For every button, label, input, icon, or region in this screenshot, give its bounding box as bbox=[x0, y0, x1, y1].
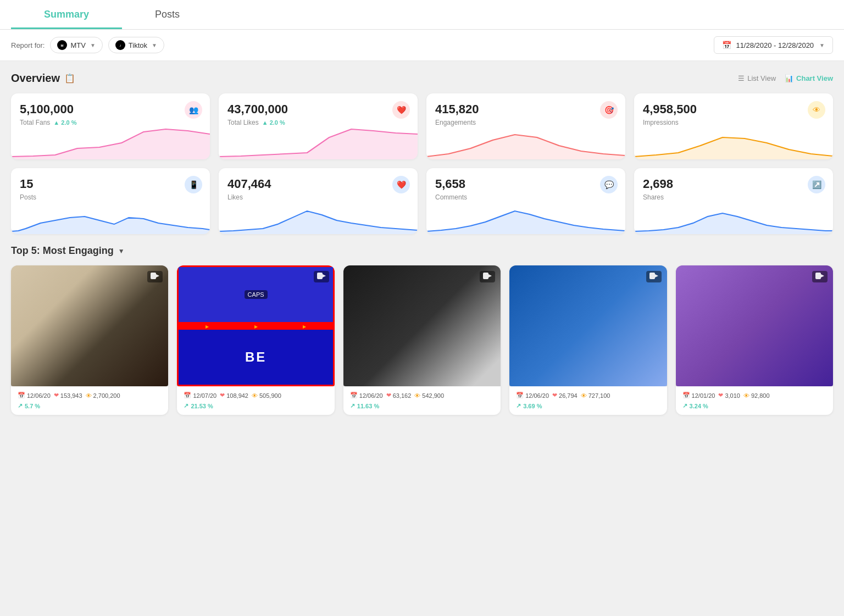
post-views: 👁 2,700,200 bbox=[86, 392, 120, 399]
brand-name: MTV bbox=[70, 41, 85, 49]
stat-card-posts: 📱 15 Posts bbox=[11, 168, 210, 234]
stat-card-postlikes: ❤️ 407,464 Likes bbox=[219, 168, 418, 234]
view-toggles: ☰ List View 📊 Chart View bbox=[738, 74, 833, 82]
stat-value-engage: 415,820 bbox=[435, 102, 617, 116]
post-date: 📅 12/06/20 bbox=[350, 392, 383, 399]
post-meta: 📅 12/06/20 ❤ 63,162 👁 542,900 ↗ 11.63 % bbox=[343, 386, 501, 415]
date-picker-chevron: ▼ bbox=[819, 42, 825, 48]
sparkline-likes bbox=[219, 126, 418, 159]
svg-marker-7 bbox=[323, 274, 326, 278]
stat-card-fans: 👥 5,100,000 Total Fans ▲ 2.0 % bbox=[11, 93, 210, 159]
chart-view-button[interactable]: 📊 Chart View bbox=[785, 74, 833, 82]
post-meta: 📅 12/06/20 ❤ 153,943 👁 2,700,200 ↗ 5.7 % bbox=[11, 386, 168, 415]
post-thumbnail bbox=[676, 265, 833, 386]
trending-icon: ↗ bbox=[350, 402, 355, 409]
stat-card-impress: 👁 4,958,500 Impressions bbox=[634, 93, 833, 159]
overview-title-text: Overview bbox=[11, 72, 60, 85]
video-icon bbox=[147, 271, 163, 282]
tab-summary[interactable]: Summary bbox=[11, 0, 122, 29]
svg-rect-10 bbox=[649, 273, 655, 279]
post-meta: 📅 12/01/20 ❤ 3,010 👁 92,800 ↗ 3.24 % bbox=[676, 386, 833, 415]
stat-label-engage: Engagements bbox=[435, 119, 617, 126]
sparkline-shares bbox=[634, 201, 833, 234]
stat-label-shares: Shares bbox=[643, 193, 824, 201]
calendar-icon-sm: 📅 bbox=[18, 392, 25, 399]
post-card[interactable]: 📅 12/01/20 ❤ 3,010 👁 92,800 ↗ 3.24 % bbox=[676, 265, 833, 415]
post-stats: 📅 12/07/20 ❤ 108,942 👁 505,900 bbox=[184, 392, 327, 399]
trending-icon: ↗ bbox=[184, 402, 188, 409]
heart-icon-sm: ❤ bbox=[718, 392, 723, 399]
report-label: Report for: bbox=[11, 41, 45, 49]
video-icon bbox=[646, 271, 662, 282]
report-for: Report for: M MTV ▼ ♪ Tik bbox=[11, 37, 164, 53]
eye-icon-sm: 👁 bbox=[743, 392, 749, 399]
post-stats: 📅 12/06/20 ❤ 26,794 👁 727,100 bbox=[516, 392, 660, 399]
post-thumbnail: CAPS ▶ ▶ ▶ BE bbox=[177, 265, 334, 386]
post-date: 📅 12/06/20 bbox=[18, 392, 51, 399]
calendar-icon-sm: 📅 bbox=[184, 392, 191, 399]
stat-label-fans: Total Fans ▲ 2.0 % bbox=[20, 119, 201, 126]
list-view-label: List View bbox=[747, 74, 776, 82]
post-date: 📅 12/07/20 bbox=[184, 392, 216, 399]
sparkline-fans bbox=[11, 126, 210, 159]
heart-icon-sm: ❤ bbox=[54, 392, 59, 399]
post-likes: ❤ 153,943 bbox=[54, 392, 82, 399]
svg-text:M: M bbox=[61, 44, 64, 47]
post-likes: ❤ 108,942 bbox=[220, 392, 248, 399]
post-date: 📅 12/01/20 bbox=[682, 392, 715, 399]
eye-icon-sm: 👁 bbox=[414, 392, 420, 399]
tab-summary-label: Summary bbox=[44, 9, 89, 20]
post-engagement: ↗ 11.63 % bbox=[350, 402, 494, 409]
post-stats: 📅 12/06/20 ❤ 63,162 👁 542,900 bbox=[350, 392, 494, 399]
top5-dropdown-arrow: ▼ bbox=[118, 247, 125, 255]
post-thumbnail bbox=[509, 265, 667, 386]
calendar-icon: 📅 bbox=[722, 41, 731, 49]
post-views: 👁 92,800 bbox=[743, 392, 770, 399]
sparkline-engage bbox=[426, 126, 625, 159]
svg-rect-12 bbox=[815, 273, 821, 279]
stat-value-postlikes: 407,464 bbox=[227, 177, 409, 191]
platform-chevron: ▼ bbox=[152, 42, 157, 48]
svg-marker-13 bbox=[821, 274, 824, 278]
eye-icon-sm: 👁 bbox=[252, 392, 258, 399]
stat-value-likes: 43,700,000 bbox=[227, 102, 409, 116]
stat-icon-fans: 👥 bbox=[185, 101, 202, 119]
video-icon bbox=[812, 271, 828, 282]
svg-rect-8 bbox=[483, 273, 488, 279]
sparkline-postlikes bbox=[219, 201, 418, 234]
post-card[interactable]: 📅 12/06/20 ❤ 63,162 👁 542,900 ↗ 11.63 % bbox=[343, 265, 501, 415]
list-view-button[interactable]: ☰ List View bbox=[738, 74, 776, 82]
brand-chevron: ▼ bbox=[90, 42, 96, 48]
date-range-picker[interactable]: 📅 11/28/2020 - 12/28/2020 ▼ bbox=[714, 36, 833, 54]
tab-posts[interactable]: Posts bbox=[122, 0, 213, 29]
trending-icon: ↗ bbox=[682, 402, 687, 409]
post-engagement: ↗ 3.24 % bbox=[682, 402, 826, 409]
post-card[interactable]: 📅 12/06/20 ❤ 26,794 👁 727,100 ↗ 3.69 % bbox=[509, 265, 667, 415]
post-meta: 📅 12/07/20 ❤ 108,942 👁 505,900 ↗ 21.53 % bbox=[177, 386, 334, 415]
mtv-icon: M bbox=[57, 40, 67, 50]
stat-label-posts: Posts bbox=[20, 193, 201, 201]
export-icon[interactable]: 📋 bbox=[64, 73, 75, 84]
eye-icon-sm: 👁 bbox=[581, 392, 587, 399]
brand-selector[interactable]: M MTV ▼ bbox=[50, 37, 102, 53]
stat-change-likes: ▲ 2.0 % bbox=[262, 119, 285, 126]
stat-card-likes: ❤️ 43,700,000 Total Likes ▲ 2.0 % bbox=[219, 93, 418, 159]
post-engagement: ↗ 5.7 % bbox=[18, 402, 162, 409]
top5-header[interactable]: Top 5: Most Engaging ▼ bbox=[11, 245, 833, 257]
post-card[interactable]: 📅 12/06/20 ❤ 153,943 👁 2,700,200 ↗ 5.7 % bbox=[11, 265, 168, 415]
heart-icon-sm: ❤ bbox=[220, 392, 225, 399]
post-meta: 📅 12/06/20 ❤ 26,794 👁 727,100 ↗ 3.69 % bbox=[509, 386, 667, 415]
stat-label-likes: Total Likes ▲ 2.0 % bbox=[227, 119, 409, 126]
platform-selector[interactable]: ♪ Tiktok ▼ bbox=[108, 37, 164, 53]
svg-rect-4 bbox=[151, 273, 156, 279]
post-likes: ❤ 26,794 bbox=[552, 392, 578, 399]
stat-change-fans: ▲ 2.0 % bbox=[53, 119, 76, 126]
post-stats: 📅 12/06/20 ❤ 153,943 👁 2,700,200 bbox=[18, 392, 162, 399]
stat-icon-comments: 💬 bbox=[600, 176, 618, 193]
post-stats: 📅 12/01/20 ❤ 3,010 👁 92,800 bbox=[682, 392, 826, 399]
post-card[interactable]: CAPS ▶ ▶ ▶ BE 📅 12/07/20 bbox=[177, 265, 334, 415]
post-engagement: ↗ 3.69 % bbox=[516, 402, 660, 409]
stat-value-impress: 4,958,500 bbox=[643, 102, 824, 116]
stat-value-shares: 2,698 bbox=[643, 177, 824, 191]
svg-marker-11 bbox=[655, 274, 658, 278]
